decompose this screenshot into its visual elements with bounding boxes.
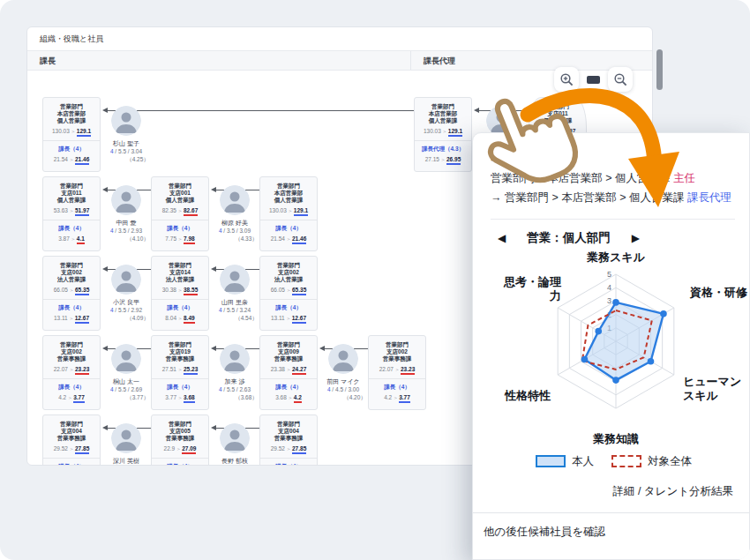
svg-text:力: 力 <box>549 289 561 302</box>
next-position-path: → 営業部門 > 本店営業部 > 個人営業課 課長代理 <box>491 189 749 208</box>
org-position-card[interactable]: 営業部門支店002営業事務課22.07＞23.23課長（4）4.2＞3.77 <box>368 335 426 410</box>
next-category-button[interactable]: ▶ <box>632 232 640 244</box>
avatar <box>111 344 141 374</box>
zoom-out-button[interactable] <box>608 67 633 92</box>
employee-node[interactable]: 杉山 聖子4 / 5.5 / 3.04（4.25） <box>91 106 161 163</box>
zoom-in-button[interactable] <box>554 67 579 92</box>
avatar <box>220 265 250 295</box>
chart-legend: 本人 対象全体 <box>491 454 737 469</box>
magnifier-plus-icon <box>559 72 574 87</box>
avatar <box>328 344 358 374</box>
employee-name: 白井 大輔 <box>491 147 749 163</box>
legend-overall: 対象全体 <box>611 454 692 469</box>
avatar <box>111 423 141 453</box>
svg-text:資格・研修: 資格・研修 <box>689 286 748 299</box>
legend-overall-label: 対象全体 <box>648 454 692 469</box>
svg-text:ヒューマン: ヒューマン <box>683 375 741 388</box>
legend-self: 本人 <box>536 454 594 469</box>
divider <box>491 219 735 220</box>
prev-category-button[interactable]: ◀ <box>498 232 506 244</box>
page-background: 組織・役職と社員 課長 課長代理 <box>0 0 750 560</box>
svg-text:業務スキル: 業務スキル <box>587 250 646 264</box>
arrow-prefix: → <box>491 191 505 204</box>
next-path-text: 営業部門 > 本店営業部 > 個人営業課 <box>505 191 685 204</box>
employee-detail-panel: 白井 大輔 営業部門 > 本店営業部 > 個人営業課 主任 → 営業部門 > 本… <box>472 132 750 560</box>
other-candidates-link[interactable]: 他の後任候補社員を確認 <box>473 513 749 540</box>
panel-title: 組織・役職と社員 <box>27 27 652 51</box>
legend-self-label: 本人 <box>572 454 594 469</box>
avatar <box>220 344 250 374</box>
zoom-level-indicator <box>587 76 600 84</box>
avatar <box>486 106 516 136</box>
talent-analysis-link[interactable]: 詳細 / タレント分析結果 <box>491 484 749 499</box>
radar-chart-svg: 12345業務スキル資格・研修ヒューマンスキル業務知識性格特性思考・論理力 <box>484 248 748 449</box>
current-path-text: 営業部門 > 本店営業部 > 個人営業課 <box>491 172 671 184</box>
column-header-kacho: 課長 <box>27 51 411 70</box>
svg-text:5: 5 <box>607 270 611 279</box>
org-position-card[interactable]: 営業部門本店営業部個人営業課130.03＞129.1課長（4）21.54＞21.… <box>259 176 318 251</box>
avatar <box>111 106 141 136</box>
legend-overall-swatch <box>611 455 641 467</box>
avatar <box>111 265 141 295</box>
current-role-badge: 主任 <box>673 172 695 184</box>
avatar <box>220 185 250 215</box>
svg-text:4: 4 <box>607 283 611 292</box>
org-position-card[interactable]: 営業部門本店営業部個人営業課130.03＞129.1課長代理（4.3）27.15… <box>414 97 472 172</box>
category-label: 営業：個人部門 <box>527 230 611 246</box>
magnifier-minus-icon <box>613 72 628 87</box>
org-position-card[interactable]: 営業部門支店004営業事務課29.52＞27.85課長（4）3.96＞3.96 <box>259 414 318 465</box>
zoom-controls <box>554 67 633 92</box>
svg-text:性格特性: 性格特性 <box>504 389 551 402</box>
category-selector: ◀ 営業：個人部門 ▶ <box>498 230 749 246</box>
svg-text:思考・論理: 思考・論理 <box>503 275 562 288</box>
svg-text:スキル: スキル <box>683 389 719 402</box>
svg-text:業務知識: 業務知識 <box>593 432 639 445</box>
current-position-path: 営業部門 > 本店営業部 > 個人営業課 主任 <box>491 169 749 189</box>
legend-self-swatch <box>536 455 566 467</box>
org-position-card[interactable]: 営業部門支店002法人営業課66.05＞65.35課長（4）13.11＞12.6… <box>259 256 318 331</box>
detail-footer: 他の後任候補社員を確認 <box>473 512 749 559</box>
svg-text:3: 3 <box>607 296 611 305</box>
avatar <box>111 185 141 215</box>
avatar <box>220 423 250 453</box>
radar-chart: 12345業務スキル資格・研修ヒューマンスキル業務知識性格特性思考・論理力 <box>484 248 749 452</box>
scrollbar-thumb[interactable] <box>656 49 663 90</box>
next-role-badge: 課長代理 <box>687 191 731 204</box>
